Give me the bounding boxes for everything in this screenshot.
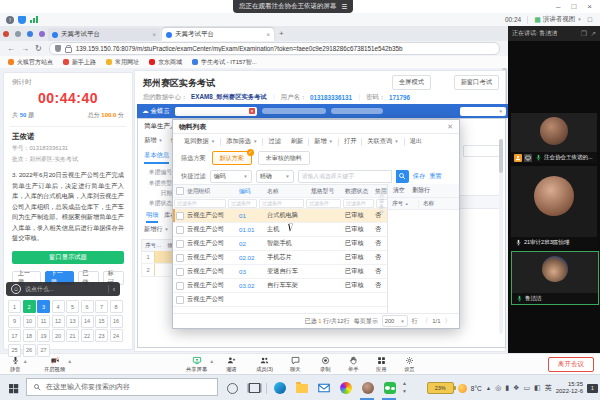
bookmark-item[interactable]: 火狐官方站点 xyxy=(8,58,53,67)
question-number-cell[interactable]: 13 xyxy=(66,315,79,328)
reset-filter-link[interactable]: 重置 xyxy=(429,172,441,181)
pinned-tab-icon[interactable] xyxy=(27,31,33,37)
browser-tab-1[interactable]: 天翼考试平台 × xyxy=(48,28,160,41)
question-number-cell[interactable]: 3 xyxy=(37,300,50,313)
file-explorer-icon[interactable] xyxy=(294,380,310,396)
chevron-up-icon[interactable]: ▲ xyxy=(67,358,72,364)
row-checkbox[interactable] xyxy=(176,212,184,220)
tab-basic-info[interactable]: 基本信息 xyxy=(144,151,169,164)
popout-icon[interactable]: ↗ xyxy=(590,30,596,38)
column-filter-input[interactable]: 过滤条件 xyxy=(343,199,374,208)
question-number-cell[interactable]: 18 xyxy=(23,329,36,342)
doc-scrollbar[interactable] xyxy=(499,139,503,334)
question-number-cell[interactable]: 19 xyxy=(37,329,50,342)
material-row[interactable]: 云视生产公司02智能手机已审核否 xyxy=(173,237,387,251)
col-header[interactable]: 使用组织 xyxy=(187,187,239,196)
modal-toolbar-related-query[interactable]: 关联查询▼ xyxy=(362,137,403,146)
tab-close-icon[interactable]: × xyxy=(266,31,270,38)
question-number-cell[interactable]: 20 xyxy=(52,329,65,342)
row-checkbox[interactable] xyxy=(176,254,184,262)
layout-icon[interactable]: ❐ xyxy=(581,30,587,38)
back-icon[interactable]: ← xyxy=(7,44,15,53)
mail-icon[interactable] xyxy=(316,380,332,396)
info-icon[interactable]: ! xyxy=(6,16,14,24)
search-button[interactable] xyxy=(396,170,409,183)
question-number-cell[interactable]: 25 xyxy=(8,344,21,357)
notification-center-icon[interactable]: 1 xyxy=(587,384,598,393)
column-filter-input[interactable]: 过滤条件 xyxy=(306,199,341,208)
members-button[interactable]: 成员(3) xyxy=(256,356,273,373)
maximize-button[interactable]: □ xyxy=(571,2,576,11)
row-checkbox[interactable] xyxy=(176,296,184,304)
start-video-button[interactable]: ▲ 开启视频 xyxy=(44,356,65,373)
video-tile-speaking[interactable]: 鲁洁洁 xyxy=(511,251,599,305)
taskbar-search[interactable]: 在这里输入你要搜索的内容 xyxy=(26,378,218,396)
question-number-cell[interactable]: 17 xyxy=(8,329,21,342)
clear-icon[interactable]: × xyxy=(249,108,255,114)
question-number-cell[interactable]: 9 xyxy=(8,315,21,328)
video-tile-host[interactable]: 注会协会王依诺的... xyxy=(511,113,597,163)
material-row[interactable]: 云视生产公司02.02手机芯片已审核否 xyxy=(173,251,387,265)
close-button[interactable]: × xyxy=(587,2,592,11)
select-all-checkbox[interactable] xyxy=(176,187,184,195)
forward-icon[interactable]: → xyxy=(21,44,29,53)
menu-icon[interactable]: ☰ xyxy=(342,3,348,11)
chat-quick-input[interactable]: ☺ 说点什么... ‹ xyxy=(6,282,120,296)
doc-field[interactable] xyxy=(463,145,501,157)
weather-icon[interactable] xyxy=(458,384,467,393)
photos-app-icon[interactable] xyxy=(338,380,354,396)
material-row[interactable]: 云视生产公司03变速自行车已审核否 xyxy=(173,265,387,279)
row-checkbox[interactable] xyxy=(176,226,184,234)
column-filter-input[interactable]: 过滤条件 xyxy=(228,199,257,208)
question-number-cell[interactable]: 22 xyxy=(81,329,94,342)
tray-icon[interactable]: ◧ xyxy=(534,384,541,392)
show-question-button[interactable]: 窗口显示试题 xyxy=(12,251,124,264)
bookmark-item[interactable]: 新手上路 xyxy=(63,58,96,67)
question-number-cell[interactable]: 7 xyxy=(95,300,108,313)
material-row[interactable]: 云视生产公司03.02自行车车架已审核否 xyxy=(173,279,387,293)
per-page-select[interactable]: 200▼ xyxy=(382,315,408,327)
scheme-unaudited-chip[interactable]: 未审核的物料 xyxy=(258,151,310,165)
wechat-icon[interactable] xyxy=(382,380,398,396)
address-bar[interactable]: 139.159.150.76:8079/m/stuPractice/examCe… xyxy=(49,42,500,55)
question-number-cell[interactable]: 14 xyxy=(81,315,94,328)
start-button[interactable] xyxy=(5,380,21,396)
keyword-input[interactable]: 请输入或选择关键字 xyxy=(298,170,392,183)
question-number-cell[interactable]: 8 xyxy=(110,300,123,313)
mute-button[interactable]: ▲ 静音 xyxy=(10,356,21,373)
pinned-tab-icon[interactable] xyxy=(15,31,21,37)
col-header[interactable]: 编码 xyxy=(239,187,267,196)
leave-meeting-button[interactable]: 离开会议 xyxy=(548,357,594,372)
question-number-cell[interactable]: 10 xyxy=(23,315,36,328)
tab-detail[interactable]: 明细 xyxy=(146,211,158,223)
collapse-icon[interactable]: ‹ xyxy=(113,286,115,293)
delete-row-button[interactable]: 删除行 xyxy=(413,186,430,195)
material-row[interactable]: 云视生产公司01台式机电脑已审核否 xyxy=(173,209,387,223)
chevron-up-icon[interactable]: ▲ xyxy=(23,358,28,364)
prev-page-icon[interactable]: 〈 xyxy=(422,317,429,326)
bookmark-item[interactable]: 常用网址 xyxy=(106,58,139,67)
reload-icon[interactable]: ↻ xyxy=(35,44,42,53)
erp-menu-item[interactable] xyxy=(331,108,383,114)
question-number-cell[interactable]: 4 xyxy=(52,300,65,313)
chat-button[interactable]: 聊天 xyxy=(290,356,301,373)
browser-tab-2[interactable]: 天翼考试平台 × xyxy=(162,28,274,41)
modal-toolbar-new[interactable]: 新增▼ xyxy=(309,137,338,146)
tab-close-icon[interactable]: × xyxy=(152,31,156,38)
material-row[interactable]: 云视生产公司01.01主机已审核否 xyxy=(173,223,387,237)
question-number-cell[interactable]: 26 xyxy=(23,344,36,357)
hidden-icons-chevron[interactable]: ▲ xyxy=(486,385,491,391)
pinned-tab-icon[interactable] xyxy=(3,31,9,37)
minimize-button[interactable]: – xyxy=(556,2,560,11)
question-number-cell[interactable]: 6 xyxy=(81,300,94,313)
tray-icon[interactable]: ▮ xyxy=(505,384,509,392)
tray-icon[interactable]: ◎ xyxy=(495,384,501,392)
erp-org-select[interactable]: ▼ xyxy=(460,107,506,116)
chevron-up-icon[interactable]: ▲ xyxy=(209,358,214,364)
column-filter-input[interactable]: 过滤条件 xyxy=(376,199,387,208)
question-number-cell[interactable]: 23 xyxy=(95,329,108,342)
erp-menu-item[interactable] xyxy=(262,108,326,114)
material-row[interactable]: 云视生产公司 xyxy=(173,293,387,307)
tracking-shield-icon[interactable] xyxy=(55,45,61,52)
language-indicator[interactable]: 英 xyxy=(545,383,552,393)
